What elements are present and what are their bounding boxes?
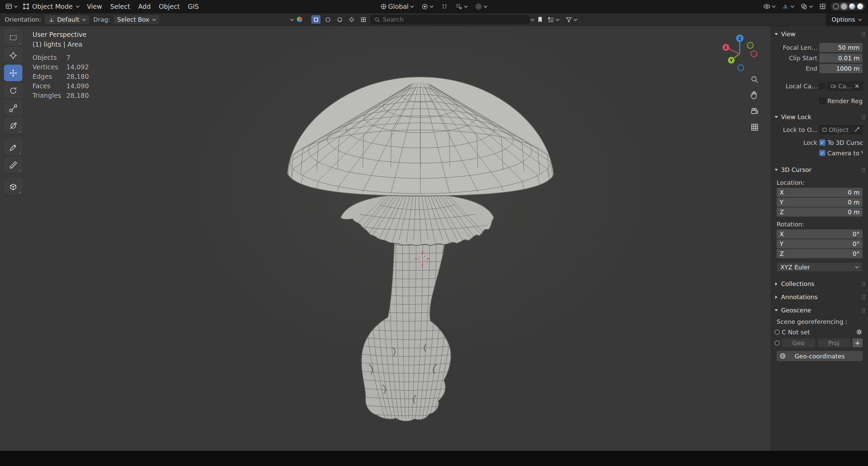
chevron-down-icon (574, 17, 577, 21)
cursor-location-y-field[interactable]: Y0 m (777, 198, 863, 207)
rotation-mode-dropdown[interactable]: XYZ Euler (777, 262, 863, 272)
gear-icon[interactable] (856, 329, 863, 335)
tool-rotate[interactable] (4, 82, 22, 99)
panel-grip-icon[interactable] (862, 295, 863, 296)
viewport-3d[interactable]: User Perspective (1) lights | Area Objec… (0, 26, 771, 451)
drag-mode-dropdown[interactable]: Select Box (113, 15, 160, 24)
clip-end-label: End (775, 65, 817, 72)
panel-header-3d-cursor[interactable]: 3D Cursor (773, 164, 866, 175)
cursor-rotation-z-field[interactable]: Z0° (777, 249, 863, 258)
tool-cursor[interactable] (4, 47, 22, 64)
visibility-dropdown[interactable] (761, 1, 777, 12)
menu-add[interactable]: Add (134, 0, 155, 13)
panel-header-geoscene[interactable]: Geoscene (773, 305, 866, 315)
local-camera-checkbox[interactable] (819, 83, 825, 89)
mode-dropdown[interactable]: Object Mode (20, 1, 82, 12)
shading-solid-button[interactable] (841, 3, 847, 9)
pan-button[interactable] (749, 90, 760, 101)
menu-select[interactable]: Select (106, 0, 134, 13)
search-options-chevron-icon[interactable] (531, 17, 534, 21)
panel-grip-icon[interactable] (862, 168, 863, 169)
geo-coordinates-button[interactable]: Geo-coordinates (777, 351, 863, 361)
panel-grip-icon[interactable] (862, 115, 863, 116)
panel-grip-icon[interactable] (862, 32, 863, 33)
orientation-default-dropdown[interactable]: Default (45, 15, 90, 24)
hand-icon (750, 91, 759, 100)
menu-view[interactable]: View (83, 0, 106, 13)
viewport-display-toggle-1[interactable] (311, 15, 320, 24)
focal-length-field[interactable]: 50 mm (819, 43, 863, 52)
cursor-rotation-y-field[interactable]: Y0° (777, 239, 863, 248)
lock-to-object-field[interactable]: Object (819, 125, 863, 134)
display-mode-ball-icon[interactable] (296, 16, 303, 23)
editor-type-button[interactable] (3, 1, 19, 12)
snap-toggle[interactable] (439, 1, 450, 12)
eyedropper-icon[interactable] (854, 127, 859, 132)
options-button[interactable]: Options (826, 13, 868, 26)
shading-mode-group (831, 2, 865, 10)
panel-grip-icon[interactable] (862, 308, 863, 309)
panel-header-collections[interactable]: Collections (773, 279, 866, 289)
globe-icon (780, 353, 786, 359)
tool-select-box[interactable] (4, 29, 22, 46)
cursor-location-z-field[interactable]: Z0 m (777, 207, 863, 217)
to-3d-cursor-checkbox[interactable]: ✓ (819, 139, 825, 146)
proj-radio[interactable] (775, 340, 780, 346)
proj-button[interactable]: Proj (817, 338, 851, 347)
search-box[interactable] (371, 15, 530, 24)
panel-header-view[interactable]: View (773, 29, 866, 39)
cursor-rotation-x-field[interactable]: X0° (777, 229, 863, 239)
tool-measure[interactable] (4, 157, 22, 173)
panel-header-view-lock[interactable]: View Lock (773, 112, 866, 122)
proportional-editing-dropdown[interactable] (473, 1, 489, 12)
tool-transform[interactable] (4, 117, 22, 134)
tool-move[interactable] (4, 65, 22, 81)
camera-to-view-checkbox[interactable]: ✓ (819, 150, 825, 156)
xray-toggle[interactable] (817, 1, 828, 12)
drag-mode-value: Select Box (117, 16, 149, 23)
shading-wireframe-button[interactable] (833, 3, 839, 9)
search-input[interactable] (383, 16, 526, 23)
snap-target-dropdown[interactable] (454, 1, 469, 12)
gizmo-x-label: X (724, 45, 728, 50)
viewport-display-toggle-3[interactable] (335, 15, 344, 24)
collapse-chevron-icon[interactable] (290, 17, 294, 21)
tool-annotate[interactable] (4, 139, 22, 156)
viewport-display-toggle-4[interactable] (347, 15, 356, 24)
panel-header-annotations[interactable]: Annotations (773, 292, 866, 302)
navigation-gizmo[interactable]: Z X Y (719, 33, 761, 76)
menu-gis[interactable]: GIS (184, 0, 203, 13)
clip-end-field[interactable]: 1000 m (819, 64, 863, 73)
zoom-button[interactable] (749, 74, 760, 85)
camera-view-button[interactable] (749, 106, 760, 117)
overlays-dropdown[interactable] (799, 1, 815, 12)
display-settings-dropdown[interactable] (546, 15, 561, 25)
add-crs-button[interactable]: + (852, 338, 863, 347)
panel-grip-icon[interactable] (862, 282, 863, 283)
viewport-display-toggle-5[interactable] (359, 15, 368, 24)
filter-dropdown[interactable] (564, 15, 579, 25)
bookmark-icon[interactable] (537, 16, 543, 23)
menu-object[interactable]: Object (155, 0, 184, 13)
viewport-display-toggle-2[interactable] (323, 15, 332, 24)
tool-add-cube[interactable] (4, 178, 22, 195)
local-camera-label: Local Ca... (775, 83, 817, 90)
display-settings-icon (548, 16, 554, 23)
tool-scale[interactable] (4, 100, 22, 116)
pivot-point-dropdown[interactable] (420, 1, 435, 12)
cursor-location-x-field[interactable]: X0 m (777, 188, 863, 197)
local-camera-field[interactable]: Ca... ✕ (827, 82, 863, 91)
orthographic-toggle-button[interactable] (749, 122, 760, 133)
shading-material-button[interactable] (849, 3, 855, 9)
render-region-checkbox[interactable] (819, 98, 825, 104)
clear-icon[interactable]: ✕ (854, 83, 860, 90)
shading-rendered-button[interactable] (857, 3, 863, 9)
transform-orientation-dropdown[interactable]: Global (378, 1, 416, 12)
geo-button[interactable]: Geo (782, 338, 815, 347)
clip-start-field[interactable]: 0.01 m (819, 53, 863, 63)
chevron-down-icon (14, 4, 18, 8)
mushroom-wireframe-mesh[interactable] (0, 26, 771, 451)
crs-radio[interactable] (775, 330, 780, 335)
tool-shelf (4, 29, 22, 195)
gizmos-dropdown[interactable] (780, 1, 796, 12)
